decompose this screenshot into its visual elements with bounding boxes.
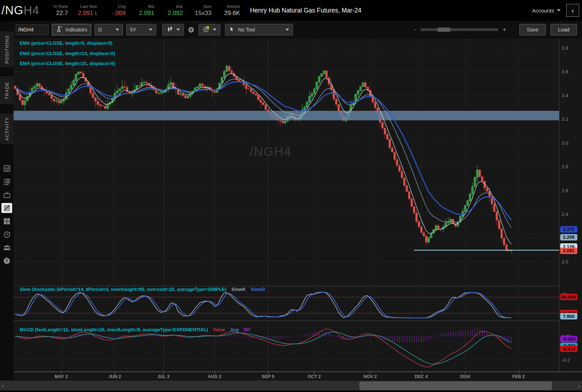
- watchlist-icon[interactable]: [0, 177, 14, 186]
- stat-label: Size: [204, 4, 211, 9]
- study-series-label: Value: [213, 327, 225, 332]
- ema-study-labels: EMA (price=CLOSE, length=5, displace=0)E…: [20, 40, 115, 71]
- ema-label: EMA (price=CLOSE, length=13, displace=0): [20, 51, 115, 56]
- quote-stat: IV Rank22.7: [49, 4, 68, 17]
- axis-tick-label: -0.2: [562, 357, 570, 363]
- scroll-left-arrow-icon[interactable]: ‹: [0, 381, 6, 391]
- instrument-title: Henry Hub Natural Gas Futures, Mar-24: [250, 7, 361, 14]
- chart-toolbar: Indicators D 5Y ⚙ No Tool: [14, 21, 582, 39]
- chart-grid-icon[interactable]: [0, 203, 14, 213]
- help-icon[interactable]: ?: [0, 256, 14, 266]
- timeframe-dropdown[interactable]: D: [94, 24, 123, 35]
- chart-style-dropdown[interactable]: [162, 24, 184, 35]
- ema-label: EMA (price=CLOSE, length=5, displace=0): [20, 40, 115, 46]
- stat-value: 29.6K: [224, 10, 240, 17]
- chevron-down-icon: [176, 29, 180, 31]
- study-title: Slow Stochastic (kPeriod=14, dPeriod=3, …: [20, 287, 226, 292]
- stat-value: 15x33: [195, 10, 211, 17]
- zoom-control: - +: [414, 26, 506, 33]
- study-series-label: Dif: [244, 327, 250, 332]
- axis-tick-label: 2.4: [562, 212, 568, 217]
- quote-stat: Last Size2.0911: [78, 4, 97, 17]
- axis-price-bubble: -0.024: [560, 336, 577, 342]
- app-window: /NGH4 IV Rank22.7Last Size2.0911Chg-.009…: [0, 0, 582, 392]
- stat-label: Bid: [148, 4, 154, 9]
- price-axis[interactable]: 3.83.63.43.23.02.82.62.42.0800.00-0.22.1…: [559, 39, 582, 372]
- axis-price-bubble: 2.206: [560, 234, 577, 240]
- stat-label: Chg: [118, 4, 126, 9]
- active-tool-tile: [1, 203, 12, 213]
- load-button[interactable]: Load: [551, 24, 577, 35]
- tv-icon[interactable]: [0, 190, 14, 199]
- symbol-root: /NG: [1, 4, 24, 17]
- chevron-down-icon: [557, 9, 561, 11]
- chart-horizontal-scrollbar[interactable]: ‹ ›: [0, 380, 582, 391]
- cursor-pointer-icon: [229, 26, 235, 34]
- time-axis-label: JUN 2: [108, 374, 121, 379]
- stat-label: Ask: [176, 4, 183, 9]
- time-axis-label: SEP 5: [262, 374, 274, 379]
- axis-price-bubble: 2.091: [560, 248, 577, 254]
- people-icon[interactable]: [0, 243, 14, 252]
- scroll-right-arrow-icon[interactable]: ›: [576, 381, 582, 391]
- grid-layout-dropdown[interactable]: [199, 24, 220, 35]
- quote-stat: Bid2.091: [136, 4, 154, 17]
- axis-tick-label: 3.2: [562, 116, 568, 122]
- chevron-down-icon: [285, 29, 289, 31]
- report-chart-icon[interactable]: [0, 164, 14, 173]
- time-axis-label: OCT 2: [308, 374, 321, 379]
- sidebar-tab-activity[interactable]: ACTIVITY: [0, 114, 14, 144]
- save-load-group: Save Load: [519, 24, 577, 35]
- axis-price-bubble: 2.272: [560, 226, 577, 233]
- time-axis-label: FEB 2: [512, 374, 525, 379]
- quote-stat: Size15x33: [193, 4, 211, 17]
- quote-stat: Chg-.009: [107, 4, 126, 17]
- accounts-dropdown[interactable]: Accounts: [532, 8, 561, 14]
- timeframe-value: D: [98, 27, 102, 33]
- collapse-panel-button[interactable]: ‹: [566, 4, 579, 17]
- left-rail: POSITIONSTRADEACTIVITY?: [0, 21, 14, 380]
- symbol-watermark: /NGH4: [250, 144, 292, 159]
- dashboard-icon[interactable]: [0, 217, 14, 226]
- studies-flask-icon: [56, 26, 63, 34]
- axis-price-bubble: -0.110: [560, 346, 577, 352]
- stat-value: 22.7: [56, 10, 68, 17]
- axis-tick-mark: [519, 372, 519, 374]
- zoom-slider-track[interactable]: [420, 28, 498, 31]
- quote-header: /NGH4 IV Rank22.7Last Size2.0911Chg-.009…: [0, 0, 582, 21]
- axis-tick-label: 3.8: [562, 45, 568, 51]
- indicators-label: Indicators: [65, 27, 87, 33]
- symbol-month-code: H4: [24, 4, 39, 17]
- zoom-in-button[interactable]: +: [503, 26, 506, 33]
- stat-value: 2.092: [168, 10, 183, 17]
- time-axis[interactable]: MAY 2JUN 2JUL 3AUG 2SEP 5OCT 2NOV 2DEC 4…: [14, 372, 582, 381]
- axis-tick-label: 2.0: [562, 259, 568, 264]
- chart-settings-button[interactable]: ⚙: [187, 24, 195, 35]
- sidebar-tab-trade[interactable]: TRADE: [0, 76, 14, 104]
- stochastic-study-label: Slow Stochastic (kPeriod=14, dPeriod=3, …: [20, 287, 265, 292]
- quote-stats: IV Rank22.7Last Size2.0911Chg-.009Bid2.0…: [44, 4, 245, 17]
- macd-study-label: MACD (fastLength=12, slowLength=26, macd…: [20, 327, 250, 332]
- axis-tick-label: 3.0: [562, 140, 568, 145]
- indicators-button[interactable]: Indicators: [52, 24, 91, 35]
- axis-tick-label: 2.6: [562, 188, 568, 193]
- quote-stat: Volume29.6K: [221, 4, 240, 17]
- price-chart-canvas[interactable]: [14, 39, 559, 372]
- range-dropdown[interactable]: 5Y: [126, 24, 156, 35]
- axis-price-bubble: 80.000: [560, 294, 577, 300]
- time-axis-label: DEC 4: [415, 374, 428, 379]
- history-clock-icon[interactable]: [0, 230, 14, 239]
- time-axis-label: 2024: [460, 374, 470, 379]
- chart-panel[interactable]: /NGH4 EMA (price=CLOSE, length=5, displa…: [14, 39, 582, 372]
- symbol-input[interactable]: [16, 24, 49, 35]
- drawing-tool-dropdown[interactable]: No Tool: [225, 24, 293, 35]
- sidebar-tab-positions[interactable]: POSITIONS: [0, 31, 14, 67]
- zoom-slider-thumb[interactable]: [437, 28, 450, 32]
- stat-value: 2.0911: [78, 10, 97, 17]
- save-button[interactable]: Save: [519, 24, 546, 35]
- zoom-out-button[interactable]: -: [414, 26, 416, 33]
- scrollbar-thumb[interactable]: [360, 382, 552, 390]
- chevron-down-icon: [213, 29, 216, 31]
- axis-tick-mark: [115, 372, 115, 374]
- chevron-down-icon: [116, 29, 119, 31]
